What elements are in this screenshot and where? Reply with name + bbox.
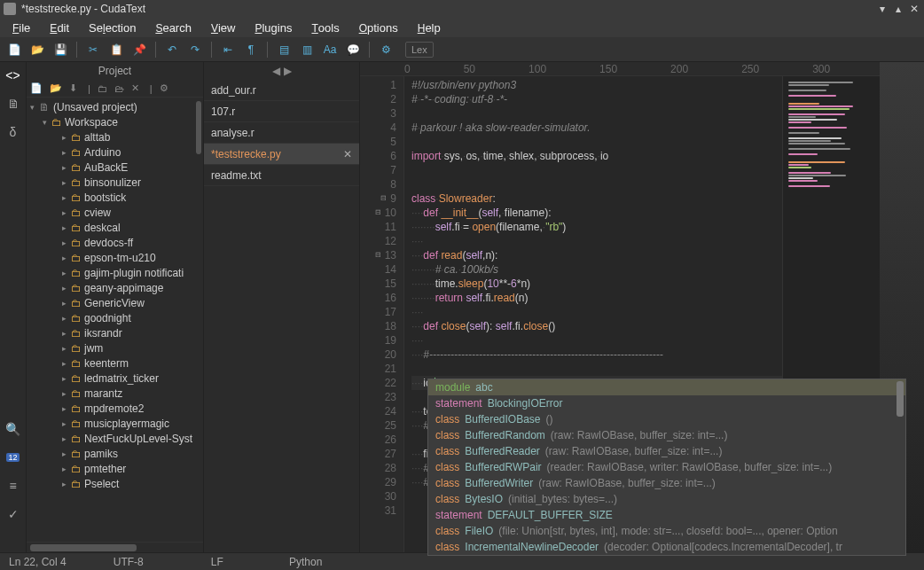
tree-item[interactable]: ▸🗀ledmatrix_ticker <box>27 371 203 386</box>
menu-plugins[interactable]: Plugins <box>246 20 301 36</box>
new-file-icon[interactable]: 📄 <box>5 41 23 59</box>
tree-item[interactable]: ▾🗎(Unsaved project) <box>27 99 203 114</box>
tree-item[interactable]: ▸🗀iksrandr <box>27 325 203 340</box>
autocomplete-item[interactable]: class BytesIO (initial_bytes: bytes=...) <box>428 491 905 507</box>
tree-item[interactable]: ▸🗀cview <box>27 205 203 220</box>
cut-icon[interactable]: ✂ <box>84 41 102 59</box>
open-file-tab[interactable]: *teststrecke.py✕ <box>204 144 359 165</box>
tree-item[interactable]: ▸🗀Pselect <box>27 476 203 491</box>
code-tree-icon[interactable]: <> <box>5 67 21 83</box>
tree-item[interactable]: ▾🗀Workspace <box>27 114 203 129</box>
line-ending[interactable]: LF <box>191 556 244 568</box>
undo-icon[interactable]: ↶ <box>163 41 181 59</box>
tree-item[interactable]: ▸🗀pamiks <box>27 446 203 461</box>
save-icon[interactable]: 💾 <box>51 41 69 59</box>
tree-item[interactable]: ▸🗀epson-tm-u210 <box>27 250 203 265</box>
open-file-icon[interactable]: 📂 <box>28 41 46 59</box>
tree-item[interactable]: ▸🗀AuBackE <box>27 160 203 175</box>
new-folder-icon[interactable]: 📄 <box>30 82 43 94</box>
output-icon[interactable]: 12 <box>5 449 21 465</box>
tree-item[interactable]: ▸🗀binsonulizer <box>27 175 203 190</box>
check-icon[interactable]: ✓ <box>5 506 21 522</box>
autocomplete-popup[interactable]: module abc statement BlockingIOError cla… <box>427 379 906 556</box>
tree-item[interactable]: ▸🗀musicplayermagic <box>27 416 203 431</box>
settings-icon[interactable]: ⚙ <box>160 82 168 94</box>
minimize-button[interactable]: ▾ <box>876 3 889 15</box>
settings-icon[interactable]: ⚙ <box>377 41 395 59</box>
remove-icon[interactable]: 🗁 <box>114 83 124 94</box>
ruler: 0501001502002503003504004505005506006507… <box>360 62 880 76</box>
gutter[interactable]: 12345678⊟9⊟101112⊟1314151617181920212223… <box>360 76 404 552</box>
separator <box>76 42 77 58</box>
delete-icon[interactable]: ✕ <box>131 82 139 94</box>
save-project-icon[interactable]: ⬇ <box>69 82 77 94</box>
menu-help[interactable]: Help <box>409 20 450 36</box>
font-case-icon[interactable]: Aa <box>321 41 339 59</box>
tree-item[interactable]: ▸🗀pmtether <box>27 461 203 476</box>
autocomplete-item[interactable]: class BufferedWriter (raw: RawIOBase, bu… <box>428 475 905 491</box>
close-button[interactable]: ✕ <box>908 3 920 15</box>
autocomplete-item[interactable]: class BufferedRandom (raw: RawIOBase, bu… <box>428 427 905 443</box>
open-file-tab[interactable]: readme.txt <box>204 165 359 186</box>
validate-icon[interactable]: ≡ <box>5 478 21 494</box>
tree-item[interactable]: ▸🗀geany-appimage <box>27 280 203 295</box>
copy-icon[interactable]: 📋 <box>107 41 125 59</box>
minimap-icon[interactable]: ▤ <box>275 41 293 59</box>
menu-view[interactable]: View <box>202 20 245 36</box>
indent-icon[interactable]: ⇤ <box>219 41 237 59</box>
autocomplete-item[interactable]: class IncrementalNewlineDecoder (decoder… <box>428 539 905 555</box>
autocomplete-scrollbar[interactable] <box>897 381 904 417</box>
tree-item[interactable]: ▸🗀alttab <box>27 129 203 144</box>
tree-item[interactable]: ▸🗀devdocs-ff <box>27 235 203 250</box>
menu-file[interactable]: File <box>4 20 39 36</box>
menu-search[interactable]: Search <box>146 20 200 36</box>
autocomplete-item[interactable]: class BufferedIOBase () <box>428 411 905 427</box>
delta-icon[interactable]: δ <box>5 124 21 140</box>
search-icon[interactable]: 🔍 <box>5 421 21 437</box>
encoding[interactable]: UTF-8 <box>102 556 155 568</box>
menu-options[interactable]: Options <box>350 20 407 36</box>
chevron-right-icon[interactable]: ▶ <box>284 65 292 77</box>
add-folder-icon[interactable]: 🗀 <box>98 83 107 94</box>
tree-item[interactable]: ▸🗀bootstick <box>27 190 203 205</box>
menu-tools[interactable]: Tools <box>302 20 348 36</box>
tree-hscroll[interactable] <box>27 542 203 552</box>
autocomplete-item[interactable]: statement BlockingIOError <box>428 395 905 411</box>
open-file-tab[interactable]: 107.r <box>204 101 359 122</box>
sidebar-icon[interactable]: ▥ <box>298 41 316 59</box>
tree-item[interactable]: ▸🗀deskcal <box>27 220 203 235</box>
tree-item[interactable]: ▸🗀GenericView <box>27 295 203 310</box>
unprinted-icon[interactable]: ¶ <box>242 41 260 59</box>
autocomplete-item[interactable]: statement DEFAULT_BUFFER_SIZE <box>428 507 905 523</box>
open-folder-icon[interactable]: 📂 <box>50 82 62 94</box>
sidebar: <> 🗎 δ 🔍 12 ≡ ✓ <box>0 62 27 552</box>
redo-icon[interactable]: ↷ <box>186 41 204 59</box>
tree-item[interactable]: ▸🗀goodnight <box>27 310 203 325</box>
language[interactable]: Python <box>279 556 333 568</box>
cursor-position[interactable]: Ln 22, Col 4 <box>9 556 67 568</box>
comment-icon[interactable]: 💬 <box>344 41 362 59</box>
close-tab-icon[interactable]: ✕ <box>343 148 352 160</box>
maximize-button[interactable]: ▴ <box>892 3 904 15</box>
autocomplete-item[interactable]: module abc <box>428 379 905 395</box>
autocomplete-item[interactable]: class BufferedReader (raw: RawIOBase, bu… <box>428 443 905 459</box>
menu-selection[interactable]: Selection <box>80 20 145 36</box>
tree-item[interactable]: ▸🗀Arduino <box>27 144 203 160</box>
open-file-tab[interactable]: analyse.r <box>204 122 359 144</box>
tree-scrollbar[interactable] <box>196 101 201 154</box>
menu-edit[interactable]: Edit <box>41 20 78 36</box>
open-file-tab[interactable]: add_our.r <box>204 80 359 101</box>
file-tree[interactable]: ▾🗎(Unsaved project)▾🗀Workspace▸🗀alttab▸🗀… <box>27 98 203 493</box>
tree-item[interactable]: ▸🗀NextFuckUpLevel-Syst <box>27 431 203 446</box>
lexer-label[interactable]: Lex <box>405 42 434 58</box>
tree-item[interactable]: ▸🗀mpdremote2 <box>27 401 203 416</box>
project-icon[interactable]: 🗎 <box>5 96 21 112</box>
tree-item[interactable]: ▸🗀gajim-plugin notificati <box>27 265 203 280</box>
tree-item[interactable]: ▸🗀marantz <box>27 386 203 401</box>
tree-item[interactable]: ▸🗀keenterm <box>27 355 203 371</box>
chevron-left-icon[interactable]: ◀ <box>272 65 280 77</box>
autocomplete-item[interactable]: class BufferedRWPair (reader: RawIOBase,… <box>428 459 905 475</box>
paste-icon[interactable]: 📌 <box>130 41 148 59</box>
autocomplete-item[interactable]: class FileIO (file: Union[str, bytes, in… <box>428 523 905 539</box>
tree-item[interactable]: ▸🗀jwm <box>27 340 203 355</box>
